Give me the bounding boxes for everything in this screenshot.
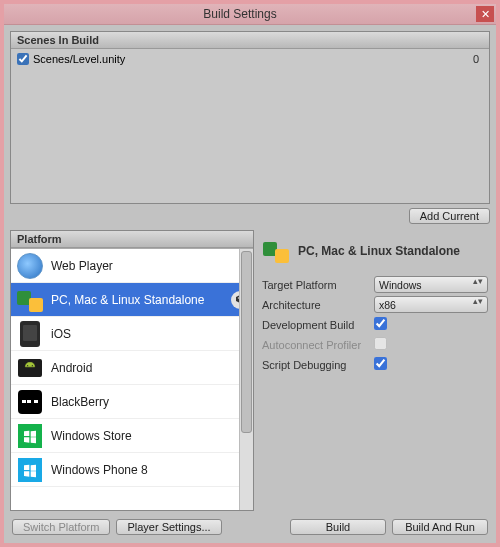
- script-debugging-label: Script Debugging: [262, 359, 374, 371]
- content: Scenes In Build Scenes/Level.unity 0 Add…: [4, 25, 496, 543]
- close-button[interactable]: ✕: [476, 6, 494, 22]
- platform-settings-title: PC, Mac & Linux Standalone: [298, 244, 460, 258]
- development-build-checkbox[interactable]: [374, 317, 387, 330]
- lower-area: Platform Web Player PC, Mac & Linux Stan…: [10, 230, 490, 511]
- platform-item-blackberry[interactable]: BlackBerry: [11, 385, 253, 419]
- architecture-row: Architecture x86 ▴▾: [262, 296, 488, 313]
- web-player-icon: [17, 253, 43, 279]
- scenes-list[interactable]: Scenes/Level.unity 0: [11, 49, 489, 203]
- target-platform-dropdown[interactable]: Windows ▴▾: [374, 276, 488, 293]
- windows-store-icon: [17, 423, 43, 449]
- scene-checkbox[interactable]: [17, 53, 29, 65]
- pc-mac-linux-icon: [17, 287, 43, 313]
- player-settings-button[interactable]: Player Settings...: [116, 519, 221, 535]
- window-title: Build Settings: [4, 7, 476, 21]
- autoconnect-profiler-checkbox: [374, 337, 387, 350]
- development-build-row: Development Build: [262, 316, 488, 333]
- footer: Switch Platform Player Settings... Build…: [10, 515, 490, 537]
- autoconnect-profiler-row: Autoconnect Profiler: [262, 336, 488, 353]
- platform-list: Web Player PC, Mac & Linux Standalone iO…: [11, 248, 253, 510]
- platform-scrollbar[interactable]: [239, 249, 253, 510]
- titlebar: Build Settings ✕: [4, 4, 496, 25]
- platform-label: PC, Mac & Linux Standalone: [51, 293, 204, 307]
- close-icon: ✕: [481, 8, 490, 21]
- dropdown-arrows-icon: ▴▾: [473, 299, 483, 304]
- platform-header: Platform: [11, 231, 253, 248]
- platform-item-windows-store[interactable]: Windows Store: [11, 419, 253, 453]
- settings-rows: Target Platform Windows ▴▾ Architecture: [262, 276, 488, 373]
- svg-point-0: [27, 365, 28, 366]
- blackberry-icon: [17, 389, 43, 415]
- target-platform-row: Target Platform Windows ▴▾: [262, 276, 488, 293]
- platform-label: Android: [51, 361, 92, 375]
- platform-item-pc-mac-linux[interactable]: PC, Mac & Linux Standalone: [11, 283, 253, 317]
- scene-path: Scenes/Level.unity: [33, 53, 125, 65]
- scene-row[interactable]: Scenes/Level.unity 0: [17, 51, 483, 67]
- target-platform-label: Target Platform: [262, 279, 374, 291]
- architecture-dropdown[interactable]: x86 ▴▾: [374, 296, 488, 313]
- add-current-button[interactable]: Add Current: [409, 208, 490, 224]
- target-platform-value: Windows: [379, 279, 422, 291]
- autoconnect-profiler-label: Autoconnect Profiler: [262, 339, 374, 351]
- platform-item-android[interactable]: Android: [11, 351, 253, 385]
- windows-phone-icon: [17, 457, 43, 483]
- scenes-buttons-row: Add Current: [10, 208, 490, 226]
- platform-label: iOS: [51, 327, 71, 341]
- platform-settings-header: PC, Mac & Linux Standalone: [262, 234, 488, 268]
- platform-label: BlackBerry: [51, 395, 109, 409]
- scrollbar-thumb[interactable]: [241, 251, 252, 433]
- build-settings-window: Build Settings ✕ Scenes In Build Scenes/…: [0, 0, 500, 547]
- build-button[interactable]: Build: [290, 519, 386, 535]
- build-and-run-button[interactable]: Build And Run: [392, 519, 488, 535]
- switch-platform-button[interactable]: Switch Platform: [12, 519, 110, 535]
- platform-label: Web Player: [51, 259, 113, 273]
- architecture-value: x86: [379, 299, 396, 311]
- svg-point-1: [32, 365, 33, 366]
- scene-index: 0: [473, 53, 483, 65]
- footer-spacer: [228, 519, 284, 535]
- development-build-label: Development Build: [262, 319, 374, 331]
- platform-group: Platform Web Player PC, Mac & Linux Stan…: [10, 230, 254, 511]
- platform-item-windows-phone[interactable]: Windows Phone 8: [11, 453, 253, 487]
- scenes-in-build-header: Scenes In Build: [11, 32, 489, 49]
- platform-item-ios[interactable]: iOS: [11, 317, 253, 351]
- script-debugging-checkbox[interactable]: [374, 357, 387, 370]
- platform-settings-pane: PC, Mac & Linux Standalone Target Platfo…: [260, 230, 490, 511]
- platform-label: Windows Phone 8: [51, 463, 148, 477]
- android-icon: [17, 355, 43, 381]
- script-debugging-row: Script Debugging: [262, 356, 488, 373]
- ios-icon: [17, 321, 43, 347]
- platform-label: Windows Store: [51, 429, 132, 443]
- platform-item-web-player[interactable]: Web Player: [11, 249, 253, 283]
- scenes-in-build-group: Scenes In Build Scenes/Level.unity 0: [10, 31, 490, 204]
- pc-mac-linux-icon: [262, 237, 290, 265]
- dropdown-arrows-icon: ▴▾: [473, 279, 483, 284]
- architecture-label: Architecture: [262, 299, 374, 311]
